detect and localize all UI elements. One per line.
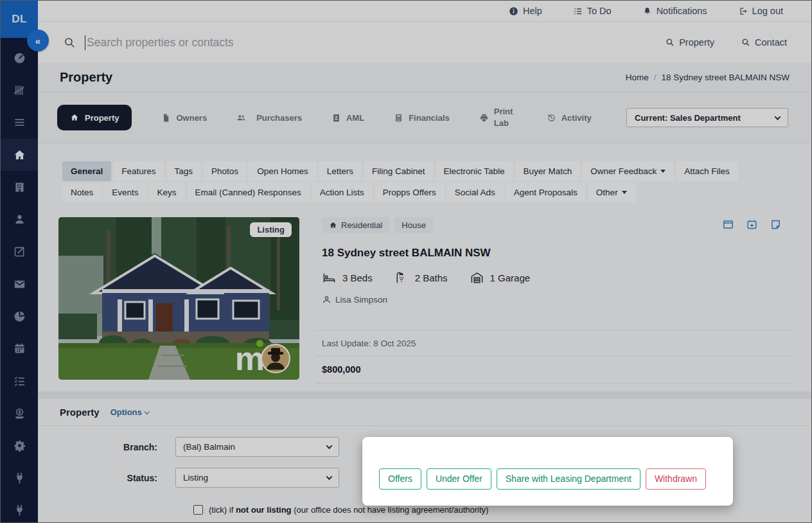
category-badge: Residential [322,217,389,233]
shower-icon [394,270,409,285]
baths-spec: 2 Baths [394,270,448,285]
subtab-buyer-match[interactable]: Buyer Match [515,161,581,181]
sidebar-item-integrations[interactable] [1,462,38,494]
tally-counter-icon [13,84,26,97]
help-button[interactable]: Help [509,6,542,16]
subtab-social-ads[interactable]: Social Ads [446,182,504,202]
subtab-propps-offers[interactable]: Propps Offers [375,182,445,202]
type-badge: House [394,217,433,233]
tab-financials[interactable]: Financials [394,113,450,123]
note-icon[interactable] [770,218,782,231]
building-icon [13,181,26,194]
logo-dot [256,340,263,347]
dashboard-icon [13,51,26,65]
breadcrumb-home[interactable]: Home [626,73,649,82]
users-icon [236,113,246,123]
subtab-open-homes[interactable]: Open Homes [249,161,317,181]
tab-purchasers[interactable]: Purchasers [236,113,302,123]
listing-status-badge: Listing [250,222,292,237]
tab-aml[interactable]: AML [331,113,364,123]
calendar-add-icon[interactable] [746,218,758,231]
search-scope-contact[interactable]: Contact [741,37,787,48]
todo-list-icon [573,6,583,16]
sidebar-item-reports[interactable] [1,300,38,332]
sidebar-item-settings[interactable] [1,430,38,462]
subtab-letters[interactable]: Letters [319,161,362,181]
property-summary-section: General Features Tags Photos Open Homes … [38,143,811,391]
sidebar-item-deposits[interactable]: $ [1,397,38,429]
sidebar-item-mail[interactable] [1,268,38,300]
listing-price: $800,000 [322,357,792,383]
withdrawn-button[interactable]: Withdrawn [646,468,706,490]
plug-icon [13,472,26,485]
sidebar-item-menu[interactable] [1,107,38,139]
search-icon [64,37,76,49]
svg-text:$: $ [17,409,21,415]
tab-print-lab[interactable]: Print Lab [479,106,517,129]
department-select[interactable]: Current: Sales Department [626,108,788,127]
not-our-listing-checkbox[interactable] [193,505,203,515]
breadcrumb: Home / 18 Sydney street BALMAIN NSW [626,73,790,82]
branch-label: Branch: [38,442,175,452]
property-photo[interactable]: Listing m [58,217,299,380]
subtab-events[interactable]: Events [103,182,146,202]
notifications-button[interactable]: Notifications [642,6,707,16]
subtab-electronic-table[interactable]: Electronic Table [436,161,513,181]
sidebar-item-home[interactable] [1,139,38,171]
subtab-email-canned-responses[interactable]: Email (Canned) Responses [187,182,310,202]
sidebar-item-calendar[interactable] [1,333,38,365]
subtab-general[interactable]: General [62,161,111,181]
sidebar-item-add-ons[interactable] [1,494,38,523]
subtab-features[interactable]: Features [113,161,164,181]
sidebar-collapse-button[interactable]: « [27,30,49,51]
search-icon [741,38,750,47]
todo-button[interactable]: To Do [573,6,612,16]
offers-button[interactable]: Offers [379,468,421,490]
not-our-listing-label: (tick) if not our listing (our office do… [209,505,488,515]
sidebar-item-task-lists[interactable] [1,365,38,397]
compose-icon [13,245,26,258]
sidebar-item-buildings[interactable] [1,171,38,203]
beds-spec: 3 Beds [322,270,373,285]
bed-icon [322,270,337,285]
sidebar-item-tally[interactable] [1,74,38,106]
subtab-other[interactable]: Other [588,182,635,202]
status-actions-spotlight: Offers Under Offer Share with Leasing De… [362,437,733,506]
app-window: DL [0,0,812,523]
search-scope-property[interactable]: Property [666,37,714,48]
share-with-leasing-button[interactable]: Share with Leasing Department [497,468,640,490]
under-offer-button[interactable]: Under Offer [427,468,491,490]
branch-select[interactable]: (Bal) Balmain [175,437,339,457]
subtab-notes[interactable]: Notes [62,182,102,202]
calculator-icon [394,113,403,123]
mail-icon [13,278,26,291]
subtab-keys[interactable]: Keys [149,182,185,202]
tab-property[interactable]: Property [57,105,132,130]
sidebar-item-compose[interactable] [1,236,38,268]
sidebar: DL [1,1,38,523]
subtab-tags[interactable]: Tags [166,161,202,181]
tab-owners[interactable]: Owners [161,113,207,123]
caret-down-icon [660,170,666,173]
subtab-agent-proposals[interactable]: Agent Proposals [506,182,586,202]
options-dropdown[interactable]: Options [110,407,149,417]
status-select[interactable]: Listing [175,468,339,488]
document-icon [161,113,171,123]
sub-tabs-row-1: General Features Tags Photos Open Homes … [38,161,811,181]
sidebar-item-contacts[interactable] [1,203,38,235]
open-window-icon[interactable] [722,218,734,231]
subtab-attach-files[interactable]: Attach Files [676,161,738,181]
garage-spec: 1 Garage [470,270,531,285]
tab-activity[interactable]: Activity [547,113,592,123]
subtab-photos[interactable]: Photos [203,161,247,181]
search-icon [666,38,675,47]
divider [315,383,792,384]
logout-button[interactable]: Log out [738,6,783,16]
search-input[interactable] [87,36,446,49]
id-card-icon [331,113,341,123]
subtab-owner-feedback[interactable]: Owner Feedback [582,161,674,181]
breadcrumb-separator: / [654,73,657,82]
panel-title: Property [60,407,100,418]
subtab-action-lists[interactable]: Action Lists [312,182,373,202]
subtab-filing-cabinet[interactable]: Filing Cabinet [364,161,434,181]
